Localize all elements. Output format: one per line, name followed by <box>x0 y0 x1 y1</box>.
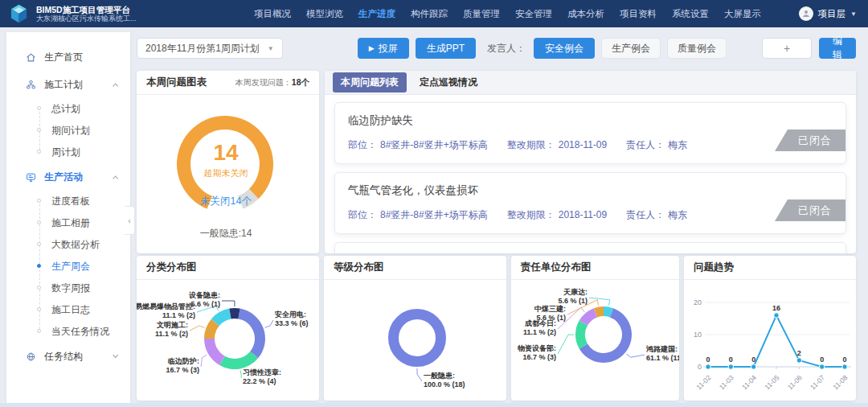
quality-meeting-button[interactable]: 质量例会 <box>667 38 727 59</box>
sidebar-item-production-activity[interactable]: 生产活动 <box>6 163 130 191</box>
issues-panel: 本周问题列表定点巡视情况 临边防护缺失部位：8#竖井-8#竖井+场平标高整改期限… <box>325 71 856 253</box>
sidebar-subitem-production-activity-3[interactable]: 大数据分析 <box>6 234 130 256</box>
category-distribution-panel: 分类分布图 安全用电:33.3 % (6)习惯性违章:22.2 % (4)临边防… <box>137 256 319 401</box>
bullet-icon <box>37 128 41 132</box>
overdue-status-label: 超期未关闭 <box>137 167 315 179</box>
unclosed-link[interactable]: 未关闭14个 <box>137 195 315 208</box>
panel-title: 问题趋势 <box>694 261 734 274</box>
app-logo <box>8 3 30 25</box>
sidebar-subitem-production-activity-1[interactable]: 进度看板 <box>6 191 130 212</box>
issue-deadline-value: 2018-11-09 <box>559 209 608 220</box>
nav-item-8[interactable]: 项目资料 <box>620 8 657 20</box>
sidebar-subitem-construction-plan-3[interactable]: 周计划 <box>6 142 130 163</box>
edit-button[interactable]: 编辑 <box>819 38 856 59</box>
brand: BIM5D施工项目管理平台 大东湖核心区污水传输系统工... <box>0 3 241 25</box>
panel-title: 分类分布图 <box>146 261 197 274</box>
svg-text:11-03: 11-03 <box>718 373 735 391</box>
issue-owner-value: 梅东 <box>668 139 687 150</box>
sidebar-subitem-production-activity-5[interactable]: 数字周报 <box>6 278 130 299</box>
sidebar: 生产首页施工计划总计划期间计划周计划生产活动进度看板施工相册大数据分析生产周会数… <box>6 32 130 404</box>
svg-text:0: 0 <box>706 356 710 364</box>
nav-item-5[interactable]: 质量管理 <box>463 8 500 20</box>
svg-text:11-02: 11-02 <box>694 373 712 391</box>
bullet-icon <box>37 106 41 110</box>
sidebar-subitem-production-activity-4[interactable]: 生产周会 <box>6 256 130 278</box>
sidebar-subitem-production-activity-2[interactable]: 施工相册 <box>6 212 130 234</box>
svg-text:11-07: 11-07 <box>809 373 826 391</box>
top-bar: BIM5D施工项目管理平台 大东湖核心区污水传输系统工... 项目概况模型浏览生… <box>0 0 868 27</box>
nav-item-6[interactable]: 安全管理 <box>515 8 552 20</box>
category-distribution-chart: 安全用电:33.3 % (6)习惯性违章:22.2 % (4)临边防护:16.7… <box>137 280 319 401</box>
nav-item-3[interactable]: 生产进度 <box>358 8 395 20</box>
issue-location-label: 部位： <box>348 139 377 150</box>
chevron-down-icon: ▼ <box>850 10 857 18</box>
top-nav: 项目概况模型浏览生产进度构件跟踪质量管理安全管理成本分析项目资料系统设置大屏显示 <box>254 8 761 20</box>
issue-card-2[interactable]: 气瓶气管老化，仪表盘损坏部位：8#竖井-8#竖井+场平标高整改期限：2018-1… <box>334 172 846 234</box>
bullet-icon <box>37 307 41 311</box>
cast-screen-label: 投屏 <box>379 42 398 56</box>
tab-weekly-issues[interactable]: 本周问题列表 <box>333 72 407 92</box>
nav-item-1[interactable]: 项目概况 <box>254 8 291 20</box>
cast-screen-button[interactable]: ▶ 投屏 <box>358 38 409 59</box>
sidebar-subitem-label: 当天任务情况 <box>51 326 109 337</box>
sidebar-subitem-label: 周计划 <box>51 146 80 158</box>
svg-text:2: 2 <box>797 349 801 357</box>
sidebar-subitem-label: 大数据分析 <box>51 239 100 250</box>
generate-ppt-button[interactable]: 生成PPT <box>416 38 476 59</box>
sidebar-subitem-construction-plan-1[interactable]: 总计划 <box>6 98 130 120</box>
unit-distribution-chart: 天康达:5.6 % (1)鸿路建国:61.1 % (11)物资设备部:16.7 … <box>511 280 679 401</box>
issue-meta: 部位：8#竖井-8#竖井+场平标高整改期限：2018-11-09责任人：梅东 <box>348 138 833 152</box>
nav-item-7[interactable]: 成本分析 <box>567 8 604 20</box>
sidebar-item-construction-plan[interactable]: 施工计划 <box>6 71 130 98</box>
nav-item-9[interactable]: 系统设置 <box>672 8 709 20</box>
toolbar: 2018年11月份第1周周计划 ▼ ▶ 投屏 生成PPT 发言人： 安全例会生产… <box>137 37 856 60</box>
svg-text:物资设备部:16.7 % (3): 物资设备部:16.7 % (3) <box>517 344 556 361</box>
sidebar-subitem-construction-plan-2[interactable]: 期间计划 <box>6 120 130 142</box>
nav-item-4[interactable]: 构件跟踪 <box>411 8 448 20</box>
nav-item-10[interactable]: 大屏显示 <box>724 8 761 20</box>
sidebar-subitem-production-activity-7[interactable]: 当天任务情况 <box>6 321 130 343</box>
svg-text:成都今日:11.1 % (2): 成都今日:11.1 % (2) <box>523 319 556 336</box>
issue-card-1[interactable]: 临边防护缺失部位：8#竖井-8#竖井+场平标高整改期限：2018-11-09责任… <box>334 102 846 164</box>
issue-card-3[interactable]: 现场渣土过多需外运部位：8#竖井-8#竖井+场平标高整改期限：2018-11-0… <box>334 242 846 253</box>
svg-text:0: 0 <box>820 356 824 364</box>
sidebar-item-production-home[interactable]: 生产首页 <box>6 43 130 71</box>
sidebar-item-label: 任务结构 <box>44 350 113 364</box>
svg-text:16: 16 <box>772 304 780 312</box>
unit-distribution-panel: 责任单位分布图 天康达:5.6 % (1)鸿路建国:61.1 % (11)物资设… <box>511 256 679 401</box>
person-icon <box>801 9 811 18</box>
sidebar-subitem-label: 施工相册 <box>51 217 90 228</box>
sidebar-subitem-label: 生产周会 <box>51 261 90 272</box>
app-window: BIM5D施工项目管理平台 大东湖核心区污水传输系统工... 项目概况模型浏览生… <box>0 0 868 407</box>
panel-title: 责任单位分布图 <box>521 261 592 274</box>
svg-text:0: 0 <box>751 356 755 364</box>
svg-text:中煤三建:5.6 % (1): 中煤三建:5.6 % (1) <box>534 305 566 322</box>
svg-text:20: 20 <box>694 298 702 306</box>
issue-owner-label: 责任人： <box>626 139 665 150</box>
user-menu[interactable]: 项目层 ▼ <box>799 6 868 21</box>
week-plan-dropdown[interactable]: 2018年11月份第1周周计划 ▼ <box>137 38 283 59</box>
sidebar-subgroup-construction-plan: 总计划期间计划周计划 <box>6 98 130 163</box>
bullet-icon <box>37 199 41 203</box>
safety-meeting-button[interactable]: 安全例会 <box>534 38 595 59</box>
brand-text: BIM5D施工项目管理平台 大东湖核心区污水传输系统工... <box>36 5 137 23</box>
sidebar-subgroup-production-activity: 进度看板施工相册大数据分析生产周会数字周报施工日志当天任务情况 <box>6 191 130 343</box>
nav-item-2[interactable]: 模型浏览 <box>306 8 343 20</box>
weekly-issue-chart-panel: 本周问题图表 本周发现问题：18个 14 超期未关闭 未关闭14个 一般隐患:1… <box>137 71 319 253</box>
app-title: BIM5D施工项目管理平台 <box>36 5 137 14</box>
sidebar-subitem-production-activity-6[interactable]: 施工日志 <box>6 299 130 321</box>
tab-patrol[interactable]: 定点巡视情况 <box>411 72 485 92</box>
svg-text:天康达:5.6 % (1): 天康达:5.6 % (1) <box>558 288 588 305</box>
speaker-label: 发言人： <box>487 42 526 56</box>
panel-title: 本周问题图表 <box>146 76 207 89</box>
issue-deadline-value: 2018-11-09 <box>559 139 608 150</box>
sidebar-item-task-structure[interactable]: 任务结构 <box>6 343 130 370</box>
production-meeting-button[interactable]: 生产例会 <box>601 38 661 59</box>
svg-text:11-06: 11-06 <box>786 373 804 391</box>
sidebar-subitem-label: 总计划 <box>51 103 80 114</box>
sidebar-collapse-handle[interactable]: ‹ <box>125 206 135 235</box>
issue-title: 临边防护缺失 <box>348 113 833 128</box>
issue-tab-strip: 本周问题列表定点巡视情况 <box>325 71 856 95</box>
add-meeting-button[interactable]: + <box>762 38 812 59</box>
bullet-icon <box>37 329 41 333</box>
